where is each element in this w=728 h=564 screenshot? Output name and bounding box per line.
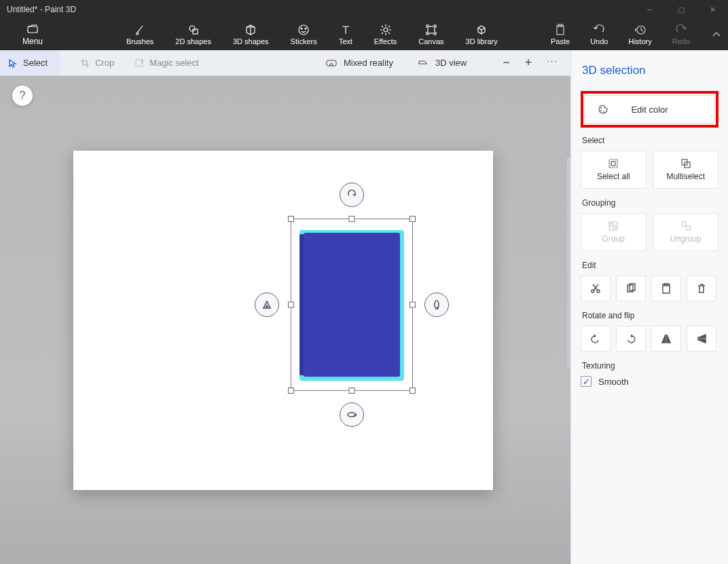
- workspace[interactable]: ?: [0, 76, 570, 564]
- multiselect-button[interactable]: Multiselect: [653, 151, 719, 189]
- top-ribbon: Menu Brushes 2D shapes 3D shapes Sticker…: [0, 19, 728, 50]
- svg-point-3: [299, 25, 308, 35]
- title-bar: Untitled* - Paint 3D ─ ▢ ✕: [0, 0, 728, 19]
- mixed-reality-icon: [326, 58, 337, 68]
- resize-handle-bl[interactable]: [288, 388, 294, 394]
- resize-handle-t[interactable]: [349, 216, 355, 222]
- rotate-cw-button[interactable]: [616, 326, 646, 352]
- tool-3d-shapes[interactable]: 3D shapes: [233, 24, 269, 45]
- select-tool[interactable]: Select: [0, 50, 60, 75]
- smooth-label: Smooth: [598, 377, 629, 387]
- canvas-icon: [425, 24, 437, 36]
- grouping-section-label: Grouping: [582, 198, 718, 208]
- magic-select-tool[interactable]: Magic select: [134, 58, 198, 68]
- zoom-in-button[interactable]: +: [525, 56, 532, 70]
- text-icon: [340, 24, 352, 36]
- delete-button[interactable]: [687, 276, 716, 301]
- crop-tool[interactable]: Crop: [80, 58, 114, 68]
- rotate-z-handle[interactable]: [340, 183, 364, 207]
- effects-icon: [380, 24, 392, 36]
- rotate-x-handle[interactable]: [340, 402, 364, 427]
- history-icon: [634, 24, 647, 36]
- depth-handle[interactable]: [255, 293, 279, 317]
- resize-handle-l[interactable]: [288, 302, 294, 308]
- paste-icon: [554, 24, 566, 36]
- library-3d-icon: [475, 24, 488, 36]
- resize-handle-tl[interactable]: [288, 216, 294, 222]
- svg-rect-19: [611, 162, 615, 166]
- svg-rect-12: [327, 60, 336, 66]
- palette-icon: [598, 104, 608, 115]
- edit-color-button[interactable]: Edit color: [585, 95, 714, 124]
- copy-button[interactable]: [616, 276, 646, 301]
- svg-point-4: [301, 28, 302, 29]
- rotate-y-handle[interactable]: [424, 293, 449, 317]
- svg-rect-26: [686, 226, 690, 230]
- edit-color-highlight: Edit color: [581, 91, 718, 128]
- cube-front-face[interactable]: [304, 233, 400, 377]
- select-all-icon: [608, 158, 619, 169]
- undo-icon: [593, 24, 605, 36]
- smooth-checkbox[interactable]: ✓: [581, 376, 592, 387]
- cut-button[interactable]: [581, 276, 611, 301]
- 3d-view-button[interactable]: 3D view: [418, 58, 467, 68]
- tool-brushes[interactable]: Brushes: [126, 24, 153, 45]
- tool-stickers[interactable]: Stickers: [291, 24, 317, 45]
- tool-redo: Redo: [672, 24, 690, 45]
- rotate-flip-section-label: Rotate and flip: [582, 311, 718, 320]
- minimize-button[interactable]: ─: [634, 0, 666, 19]
- resize-handle-b[interactable]: [349, 388, 355, 394]
- svg-rect-2: [193, 29, 198, 34]
- brush-icon: [134, 24, 146, 36]
- delete-icon: [696, 283, 707, 294]
- tool-undo[interactable]: Undo: [590, 24, 608, 45]
- flip-vertical-button[interactable]: [687, 326, 716, 352]
- svg-point-6: [384, 28, 388, 32]
- maximize-button[interactable]: ▢: [666, 0, 697, 19]
- resize-handle-tr[interactable]: [410, 216, 416, 222]
- chevron-up-icon: [710, 29, 723, 41]
- svg-rect-0: [28, 26, 37, 33]
- collapse-ribbon-button[interactable]: [710, 29, 723, 41]
- shapes-2d-icon: [187, 24, 200, 36]
- panel-title: 3D selection: [582, 64, 718, 77]
- resize-handle-r[interactable]: [410, 302, 416, 308]
- select-all-button[interactable]: Select all: [581, 151, 647, 189]
- selection-box[interactable]: [291, 219, 413, 391]
- rotate-ccw-button[interactable]: [581, 326, 611, 352]
- zoom-out-button[interactable]: −: [503, 56, 510, 70]
- window-title: Untitled* - Paint 3D: [7, 5, 76, 14]
- paste-button[interactable]: [651, 276, 681, 301]
- ungroup-icon: [680, 221, 691, 231]
- flip-horizontal-button[interactable]: [651, 326, 681, 352]
- tool-2d-shapes[interactable]: 2D shapes: [175, 24, 211, 45]
- tool-canvas[interactable]: Canvas: [418, 24, 443, 45]
- tool-text[interactable]: Text: [339, 24, 352, 45]
- canvas-area[interactable]: [73, 151, 493, 490]
- crop-icon: [80, 58, 90, 68]
- svg-rect-23: [611, 223, 613, 226]
- svg-point-1: [189, 26, 195, 31]
- tool-3d-library[interactable]: 3D library: [466, 24, 498, 45]
- rotate-ccw-icon: [590, 333, 601, 344]
- svg-rect-8: [557, 26, 564, 35]
- resize-handle-br[interactable]: [410, 388, 416, 394]
- svg-point-15: [600, 107, 602, 109]
- tool-effects[interactable]: Effects: [374, 24, 397, 45]
- close-button[interactable]: ✕: [697, 0, 728, 19]
- help-button[interactable]: ?: [12, 86, 33, 106]
- svg-point-5: [305, 28, 306, 29]
- tool-paste[interactable]: Paste: [551, 24, 570, 45]
- menu-button[interactable]: Menu: [0, 23, 65, 46]
- svg-rect-25: [682, 222, 686, 226]
- more-options-button[interactable]: ···: [547, 56, 558, 70]
- properties-panel: 3D selection Edit color Select Select al…: [570, 50, 728, 564]
- smooth-checkbox-row[interactable]: ✓ Smooth: [581, 376, 718, 387]
- magic-select-icon: [134, 58, 144, 68]
- flip-v-icon: [696, 333, 707, 344]
- mixed-reality-button[interactable]: Mixed reality: [326, 58, 393, 68]
- paste-icon: [661, 283, 672, 294]
- tool-history[interactable]: History: [628, 24, 651, 45]
- group-button: Group: [581, 213, 647, 251]
- svg-rect-18: [609, 159, 617, 168]
